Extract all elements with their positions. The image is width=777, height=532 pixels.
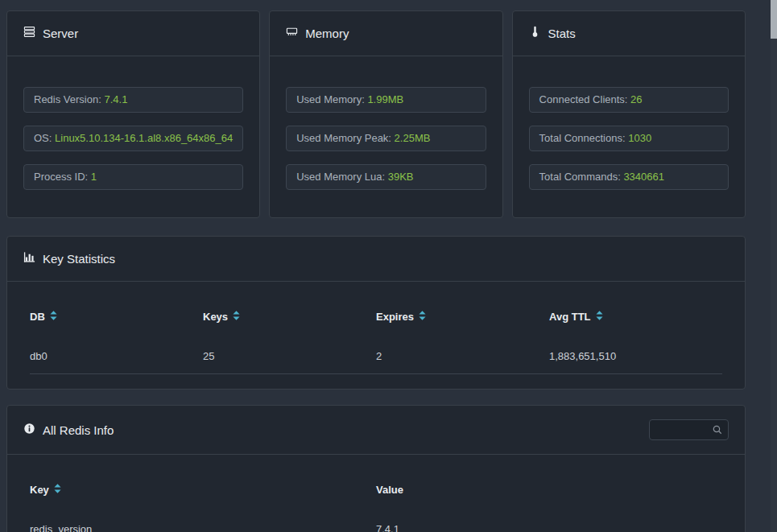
used-memory-peak-item: Used Memory Peak: 2.25MB (286, 126, 486, 151)
redis-version-label: Redis Version: (34, 93, 101, 105)
redis-version-item: Redis Version: 7.4.1 (23, 87, 243, 113)
process-id-label: Process ID: (34, 171, 88, 183)
table-row: db0 25 2 1,883,651,510 (30, 340, 722, 374)
stats-card-header: Stats (513, 11, 745, 56)
cell-expires: 2 (376, 340, 549, 374)
total-connections-label: Total Connections: (539, 132, 626, 144)
used-memory-peak-label: Used Memory Peak: (296, 132, 391, 144)
column-header-expires[interactable]: Expires (376, 282, 549, 340)
used-memory-lua-value: 39KB (388, 171, 414, 183)
thermometer-icon (529, 25, 541, 42)
connected-clients-value: 26 (630, 93, 642, 105)
key-statistics-header-row: DB Keys (30, 282, 722, 340)
column-header-keys[interactable]: Keys (203, 282, 376, 340)
column-header-avg-ttl[interactable]: Avg TTL (549, 282, 722, 340)
os-label: OS: (34, 132, 52, 144)
process-id-value: 1 (91, 171, 97, 183)
used-memory-value: 1.99MB (367, 93, 403, 105)
server-card-body: Redis Version: 7.4.1 OS: Linux5.10.134-1… (7, 56, 259, 217)
key-statistics-table: DB Keys (30, 282, 722, 374)
os-item: OS: Linux5.10.134-16.1.al8.x86_64x86_64 (23, 126, 243, 151)
used-memory-peak-value: 2.25MB (395, 132, 431, 144)
server-icon (23, 25, 35, 42)
server-card: Server Redis Version: 7.4.1 OS: Linux5.1… (6, 10, 260, 218)
column-header-key[interactable]: Key (30, 455, 376, 513)
total-commands-label: Total Commands: (539, 171, 621, 183)
column-header-value: Value (376, 455, 722, 513)
used-memory-label: Used Memory: (296, 93, 365, 105)
page-scrollbar[interactable] (771, 0, 777, 532)
key-statistics-header: Key Statistics (7, 237, 745, 282)
dashboard-page: Server Redis Version: 7.4.1 OS: Linux5.1… (0, 0, 762, 532)
total-commands-item: Total Commands: 3340661 (529, 164, 729, 190)
cell-key: redis_version (30, 513, 376, 532)
used-memory-item: Used Memory: 1.99MB (286, 87, 486, 113)
os-value: Linux5.10.134-16.1.al8.x86_64x86_64 (55, 132, 233, 144)
all-redis-info-card: All Redis Info Key (6, 405, 746, 532)
sort-icon (596, 311, 603, 323)
memory-card-title: Memory (305, 25, 349, 42)
redis-version-value: 7.4.1 (104, 93, 127, 105)
memory-card: Memory Used Memory: 1.99MB Used Memory P… (269, 10, 502, 218)
redis-info-search-box (649, 419, 729, 440)
info-icon (23, 422, 35, 439)
cell-keys: 25 (203, 340, 376, 374)
memory-card-header: Memory (270, 11, 502, 56)
all-redis-info-header: All Redis Info (7, 406, 745, 455)
all-redis-info-table-wrap: Key Value (7, 455, 745, 532)
used-memory-lua-label: Used Memory Lua: (296, 171, 385, 183)
total-connections-item: Total Connections: 1030 (529, 126, 729, 151)
connected-clients-item: Connected Clients: 26 (529, 87, 729, 113)
cell-value: 7.4.1 (376, 513, 722, 532)
memory-icon (286, 25, 298, 42)
server-card-header: Server (7, 11, 259, 56)
sort-icon (233, 311, 240, 323)
key-statistics-table-wrap: DB Keys (7, 282, 745, 389)
all-redis-info-header-row: Key Value (30, 455, 722, 513)
stats-card-title: Stats (548, 25, 576, 42)
used-memory-lua-item: Used Memory Lua: 39KB (286, 164, 486, 190)
cell-db: db0 (30, 340, 203, 374)
column-header-db[interactable]: DB (30, 282, 203, 340)
stats-card: Stats Connected Clients: 26 Total Connec… (512, 10, 746, 218)
server-card-title: Server (43, 25, 78, 42)
cell-avg-ttl: 1,883,651,510 (549, 340, 722, 374)
key-statistics-card: Key Statistics DB (6, 236, 746, 390)
key-statistics-title: Key Statistics (43, 250, 115, 267)
memory-card-body: Used Memory: 1.99MB Used Memory Peak: 2.… (270, 56, 502, 217)
process-id-item: Process ID: 1 (23, 164, 243, 190)
bar-chart-icon (23, 250, 35, 267)
stats-card-body: Connected Clients: 26 Total Connections:… (513, 56, 745, 217)
sort-icon (50, 311, 57, 323)
table-row: redis_version 7.4.1 (30, 513, 722, 532)
connected-clients-label: Connected Clients: (539, 93, 628, 105)
total-connections-value: 1030 (628, 132, 651, 144)
total-commands-value: 3340661 (623, 171, 664, 183)
sort-icon (54, 484, 61, 496)
scrollbar-thumb[interactable] (771, 0, 777, 39)
sort-icon (419, 311, 426, 323)
all-redis-info-table: Key Value (30, 455, 722, 532)
all-redis-info-title: All Redis Info (43, 422, 114, 439)
summary-cards-row: Server Redis Version: 7.4.1 OS: Linux5.1… (6, 10, 746, 218)
